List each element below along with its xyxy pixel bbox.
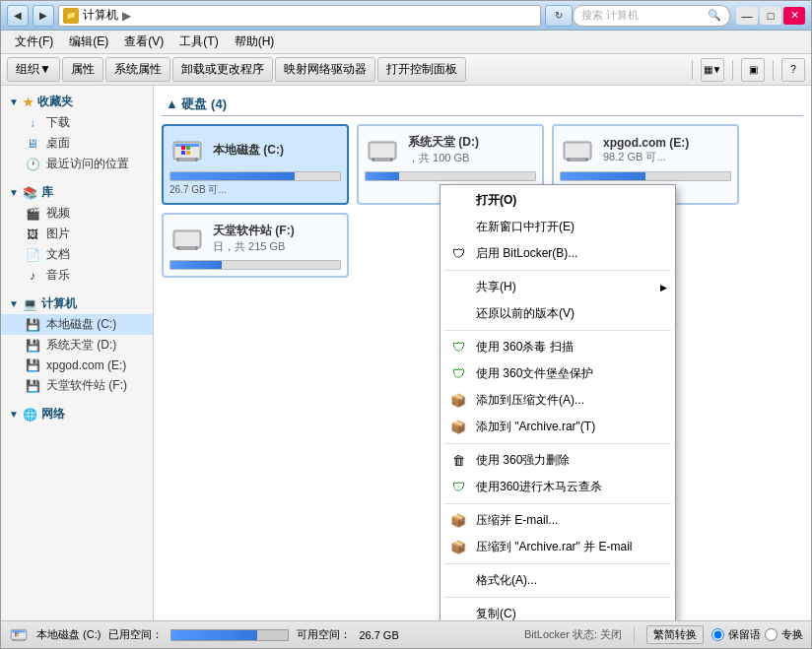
music-label: 音乐 (46, 267, 70, 284)
uninstall-button[interactable]: 卸载或更改程序 (172, 57, 273, 82)
status-drive-name: 本地磁盘 (C:) (36, 627, 101, 642)
format-icon (448, 571, 468, 591)
drive-f-item[interactable]: 天堂软件站 (F:) 日，共 215 GB (162, 213, 349, 278)
status-lang-area: 繁简转换 保留语 专换 (646, 625, 803, 644)
bitlocker-icon: 🛡 (448, 244, 468, 264)
rar-icon: 📦 (448, 418, 468, 437)
copy-icon (448, 605, 468, 621)
sidebar-item-pictures[interactable]: 🖼 图片 (1, 224, 153, 244)
ctx-360-trojan[interactable]: 🛡 使用360进行木马云查杀 (440, 474, 675, 500)
ctx-compress-email[interactable]: 📦 压缩并 E-mail... (440, 507, 675, 534)
ctx-sep-5 (444, 563, 671, 564)
computer-arrow-icon: ▼ (9, 298, 19, 309)
drive-e-top: xpgod.com (E:) 98.2 GB 可... (560, 132, 731, 167)
close-button[interactable]: ✕ (783, 7, 805, 25)
ctx-open-new-label: 在新窗口中打开(E) (476, 219, 575, 235)
ctx-bitlocker[interactable]: 🛡 启用 BitLocker(B)... (440, 240, 675, 267)
ctx-open[interactable]: 打开(O) (440, 187, 675, 214)
ctx-add-archive[interactable]: 📦 添加到压缩文件(A)... (440, 387, 675, 414)
favorites-icon: ★ (23, 96, 34, 109)
properties-button[interactable]: 属性 (62, 57, 103, 82)
ctx-sep-2 (444, 330, 671, 331)
forward-button[interactable]: ▶ (33, 5, 54, 27)
menu-edit[interactable]: 编辑(E) (61, 32, 116, 52)
ctx-open-new-window[interactable]: 在新窗口中打开(E) (440, 214, 675, 240)
help-button[interactable]: ? (781, 58, 805, 82)
sidebar-item-d-drive[interactable]: 💾 系统天堂 (D:) (1, 335, 153, 356)
music-icon: ♪ (25, 268, 40, 284)
window-controls: — □ ✕ (736, 7, 805, 25)
menu-help[interactable]: 帮助(H) (227, 32, 283, 52)
sidebar-section-computer: ▼ 💻 计算机 💾 本地磁盘 (C:) 💾 系统天堂 (D:) 💾 xpgod.… (1, 293, 153, 396)
sidebar-item-desktop[interactable]: 🖥 桌面 (1, 133, 153, 154)
svg-rect-33 (17, 632, 19, 634)
ctx-share[interactable]: 共享(H) (440, 274, 675, 300)
menu-view[interactable]: 查看(V) (116, 32, 171, 52)
toolbar: 组织▼ 属性 系统属性 卸载或更改程序 映射网络驱动器 打开控制面板 ▦▼ ▣ … (1, 54, 811, 86)
ctx-share-label: 共享(H) (476, 279, 516, 295)
minimize-button[interactable]: — (736, 7, 758, 25)
lang-radio-keep[interactable] (711, 628, 724, 641)
drive-d-icon (365, 132, 400, 167)
sidebar-item-c-drive[interactable]: 💾 本地磁盘 (C:) (1, 314, 153, 335)
documents-label: 文档 (46, 246, 70, 263)
address-bar[interactable]: 📁 计算机 ▶ (58, 5, 541, 27)
sidebar-header-network[interactable]: ▼ 🌐 网络 (1, 404, 153, 424)
sidebar-item-downloads[interactable]: ↓ 下载 (1, 112, 153, 133)
control-panel-button[interactable]: 打开控制面板 (377, 57, 466, 82)
search-box[interactable]: 搜索 计算机 🔍 (573, 5, 730, 27)
drive-c-item[interactable]: 本地磁盘 (C:) 26.7 GB 可... (162, 124, 349, 205)
toolbar-separator3 (773, 60, 774, 80)
sidebar-header-library[interactable]: ▼ 📚 库 (1, 182, 153, 203)
refresh-button[interactable]: ↻ (545, 5, 573, 27)
toolbar-separator2 (732, 60, 733, 80)
library-icon: 📚 (23, 186, 37, 200)
ctx-360-delete[interactable]: 🗑 使用 360强力删除 (440, 447, 675, 474)
ctx-add-rar[interactable]: 📦 添加到 "Archive.rar"(T) (440, 414, 675, 440)
sidebar-item-recent[interactable]: 🕐 最近访问的位置 (1, 154, 153, 174)
drive-d-progress-fill (366, 172, 399, 180)
lang-radio-group: 保留语 专换 (711, 627, 803, 642)
ctx-format[interactable]: 格式化(A)... (440, 567, 675, 594)
lang-keep-label: 保留语 (728, 627, 761, 642)
map-drive-button[interactable]: 映射网络驱动器 (275, 57, 375, 82)
address-arrow: ▶ (122, 9, 131, 23)
pictures-icon: 🖼 (25, 227, 40, 242)
menu-tools[interactable]: 工具(T) (171, 32, 226, 52)
sidebar-header-favorites[interactable]: ▼ ★ 收藏夹 (1, 92, 153, 112)
recent-icon: 🕐 (25, 157, 40, 172)
sidebar-item-e-drive[interactable]: 💾 xpgod.com (E:) (1, 356, 153, 375)
lang-radio-convert[interactable] (765, 628, 778, 641)
ctx-sep-4 (444, 503, 671, 504)
ctx-restore-label: 还原以前的版本(V) (476, 305, 575, 322)
ctx-copy[interactable]: 复制(C) (440, 601, 675, 620)
ctx-360-scan[interactable]: 🛡 使用 360杀毒 扫描 (440, 334, 675, 360)
sidebar-item-f-drive[interactable]: 💾 天堂软件站 (F:) (1, 375, 153, 396)
system-properties-button[interactable]: 系统属性 (105, 57, 170, 82)
sidebar-item-music[interactable]: ♪ 音乐 (1, 265, 153, 286)
d-drive-label: 系统天堂 (D:) (46, 337, 116, 354)
sidebar-item-video[interactable]: 🎬 视频 (1, 203, 153, 224)
sidebar-header-computer[interactable]: ▼ 💻 计算机 (1, 293, 153, 314)
desktop-icon: 🖥 (25, 136, 40, 152)
maximize-button[interactable]: □ (760, 7, 781, 25)
ctx-restore-prev[interactable]: 还原以前的版本(V) (440, 300, 675, 327)
sidebar-network-label: 网络 (41, 406, 65, 422)
sidebar-item-documents[interactable]: 📄 文档 (1, 244, 153, 265)
ctx-360-protect[interactable]: 🛡 使用 360文件堡垒保护 (440, 360, 675, 387)
svg-rect-11 (371, 144, 394, 158)
main-area: ▼ ★ 收藏夹 ↓ 下载 🖥 桌面 🕐 最近访问的位置 (1, 86, 811, 620)
sidebar-section-network: ▼ 🌐 网络 (1, 404, 153, 424)
drive-c-icon (169, 132, 205, 167)
menu-file[interactable]: 文件(F) (7, 32, 61, 52)
ctx-compress-rar-email[interactable]: 📦 压缩到 "Archive.rar" 并 E-mail (440, 534, 675, 560)
preview-pane-button[interactable]: ▣ (741, 58, 765, 82)
main-window: ◀ ▶ 📁 计算机 ▶ ↻ 搜索 计算机 🔍 — □ ✕ 文件(F) 编辑(E)… (0, 0, 812, 649)
ctx-bitlocker-label: 启用 BitLocker(B)... (476, 245, 577, 262)
address-text: 计算机 (83, 7, 118, 24)
lang-convert-button[interactable]: 繁简转换 (646, 625, 704, 644)
view-options-button[interactable]: ▦▼ (701, 58, 724, 82)
organize-button[interactable]: 组织▼ (7, 57, 60, 82)
back-button[interactable]: ◀ (7, 5, 29, 27)
drive-c-progress-fill (170, 172, 295, 180)
